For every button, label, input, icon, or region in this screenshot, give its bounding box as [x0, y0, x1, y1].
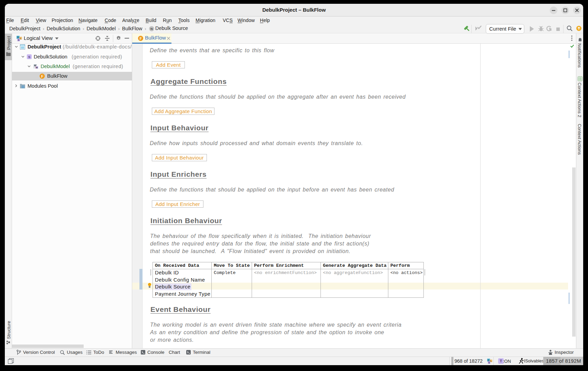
svg-text:L: L	[490, 360, 492, 362]
svg-text:S: S	[488, 361, 490, 364]
svg-text:D: D	[17, 36, 19, 39]
svg-text:S: S	[28, 55, 30, 59]
svg-text:F: F	[41, 74, 44, 78]
svg-text:M: M	[35, 66, 38, 69]
svg-text:F: F	[140, 36, 142, 41]
svg-text:L: L	[20, 37, 22, 40]
svg-text:D: D	[488, 359, 490, 361]
svg-text:S: S	[18, 39, 20, 41]
